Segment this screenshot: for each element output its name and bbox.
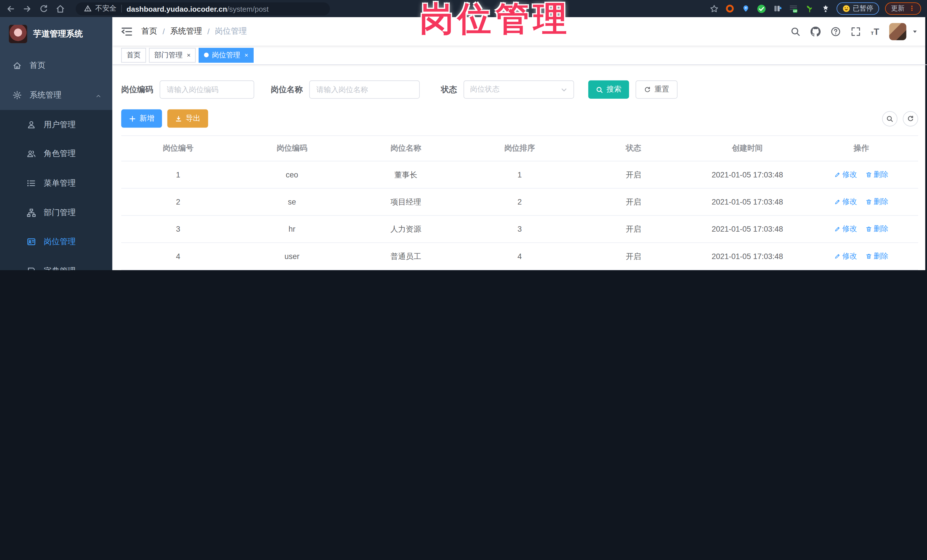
tab-部门管理[interactable]: 部门管理× xyxy=(149,48,196,62)
forward-icon[interactable] xyxy=(23,4,32,13)
tags-view-bar: 首页部门管理×岗位管理× xyxy=(112,46,927,65)
delete-link[interactable]: 删除 xyxy=(865,224,889,234)
sidebar-item-gear[interactable]: 系统管理 xyxy=(0,80,112,110)
status-select[interactable]: 岗位状态 xyxy=(464,80,574,99)
browser-extensions-area: GIF 已暂停 更新 ⋮ xyxy=(709,2,921,15)
post-icon xyxy=(27,237,36,246)
sidebar-item-dept[interactable]: 部门管理 xyxy=(0,198,112,228)
close-tab-icon[interactable]: × xyxy=(187,52,191,58)
cell-name: 董事长 xyxy=(349,161,463,188)
update-label: 更新 xyxy=(891,4,905,13)
sidebar-item-label: 首页 xyxy=(30,60,46,71)
sidebar-item-label: 岗位管理 xyxy=(44,237,76,247)
smiley-emoji-icon xyxy=(842,5,850,12)
modify-link[interactable]: 修改 xyxy=(834,251,857,261)
close-tab-icon[interactable]: × xyxy=(245,52,248,58)
extension-pin-icon[interactable] xyxy=(740,3,751,14)
sidebar-item-menu[interactable]: 菜单管理 xyxy=(0,168,112,198)
sidebar-item-label: 部门管理 xyxy=(44,207,76,218)
modify-link[interactable]: 修改 xyxy=(834,224,857,234)
delete-link[interactable]: 删除 xyxy=(865,251,889,261)
modify-link[interactable]: 修改 xyxy=(834,170,857,180)
github-icon[interactable] xyxy=(811,26,821,36)
refresh-table-button[interactable] xyxy=(903,111,918,126)
cell-id: 1 xyxy=(121,161,235,188)
reload-icon[interactable] xyxy=(39,4,49,13)
back-icon[interactable] xyxy=(6,4,15,13)
column-header: 岗位排序 xyxy=(463,136,577,161)
url-divider xyxy=(121,5,122,12)
breadcrumb-system[interactable]: 系统管理 xyxy=(170,26,202,36)
table-header-row: 岗位编号岗位编码岗位名称岗位排序状态创建时间操作 xyxy=(121,136,918,161)
dept-icon xyxy=(27,208,36,217)
collapse-sidebar-icon[interactable] xyxy=(121,26,132,36)
cell-sort: 1 xyxy=(463,161,577,188)
tab-active-岗位管理[interactable]: 岗位管理× xyxy=(199,48,254,62)
add-button[interactable]: 新增 xyxy=(121,109,162,127)
sidebar: 芋道管理系统 首页系统管理用户管理角色管理菜单管理部门管理岗位管理字典管理通知公… xyxy=(0,17,112,270)
table-row: 2se项目经理2开启2021-01-05 17:03:48修改删除 xyxy=(121,188,918,216)
address-bar[interactable]: 不安全 dashboard.yudao.iocoder.cn/system/po… xyxy=(76,2,330,15)
post-table: 岗位编号岗位编码岗位名称岗位排序状态创建时间操作 1ceo董事长1开启2021-… xyxy=(121,135,918,270)
column-header: 操作 xyxy=(804,136,918,161)
role-icon xyxy=(27,149,36,159)
bookmark-star-icon[interactable] xyxy=(709,4,719,13)
table-row: 1ceo董事长1开启2021-01-05 17:03:48修改删除 xyxy=(121,161,918,188)
app-logo xyxy=(9,25,27,43)
reset-button[interactable]: 重置 xyxy=(636,80,678,99)
extension-puzzle-icon[interactable] xyxy=(820,3,830,14)
modify-link[interactable]: 修改 xyxy=(834,197,857,207)
export-button[interactable]: 导出 xyxy=(167,109,208,127)
sidebar-item-role[interactable]: 角色管理 xyxy=(0,139,112,168)
post-code-input[interactable] xyxy=(160,80,254,99)
cell-name: 人力资源 xyxy=(349,216,463,243)
table-row: 3hr人力资源3开启2021-01-05 17:03:48修改删除 xyxy=(121,216,918,243)
extension-check-icon[interactable] xyxy=(756,3,766,14)
sidebar-item-user[interactable]: 用户管理 xyxy=(0,110,112,139)
cell-created: 2021-01-05 17:03:48 xyxy=(690,216,804,243)
chevron-down-icon[interactable] xyxy=(912,28,918,35)
delete-link[interactable]: 删除 xyxy=(865,170,889,180)
tab-首页[interactable]: 首页 xyxy=(121,48,146,62)
status-label: 状态 xyxy=(441,84,457,95)
cell-code: se xyxy=(235,188,349,216)
search-button[interactable]: 搜索 xyxy=(588,80,629,99)
sidebar-item-post[interactable]: 岗位管理 xyxy=(0,227,112,256)
extension-plant-icon[interactable] xyxy=(804,3,814,14)
cell-actions: 修改删除 xyxy=(804,216,918,243)
cell-id: 4 xyxy=(121,243,235,270)
fullscreen-icon[interactable] xyxy=(851,26,861,36)
tab-label: 岗位管理 xyxy=(212,50,240,60)
table-toolbar: 新增 导出 xyxy=(121,109,918,127)
cell-created: 2021-01-05 17:03:48 xyxy=(690,188,804,216)
paused-extension-pill[interactable]: 已暂停 xyxy=(836,2,879,15)
sidebar-item-dict[interactable]: 字典管理 xyxy=(0,256,112,270)
extension-orange-icon[interactable] xyxy=(725,3,734,14)
extension-drop-icon[interactable] xyxy=(772,3,782,14)
post-name-input[interactable] xyxy=(309,80,420,99)
column-header: 状态 xyxy=(577,136,690,161)
cell-sort: 4 xyxy=(463,243,577,270)
font-size-icon[interactable]: тT xyxy=(871,27,879,36)
home-icon[interactable] xyxy=(56,4,65,13)
cell-code: ceo xyxy=(235,161,349,188)
delete-link[interactable]: 删除 xyxy=(865,197,889,207)
sidebar-item-home[interactable]: 首页 xyxy=(0,51,112,80)
delete-icon xyxy=(865,171,872,178)
cell-code: user xyxy=(235,243,349,270)
paused-label: 已暂停 xyxy=(853,4,873,13)
toggle-search-button[interactable] xyxy=(882,111,898,126)
cell-actions: 修改删除 xyxy=(804,188,918,216)
extension-gif-icon[interactable]: GIF xyxy=(788,3,798,14)
breadcrumb-current: 岗位管理 xyxy=(215,26,247,36)
search-icon[interactable] xyxy=(790,26,800,36)
breadcrumb-home[interactable]: 首页 xyxy=(141,26,157,36)
update-button[interactable]: 更新 ⋮ xyxy=(885,2,921,15)
cell-name: 普通员工 xyxy=(349,243,463,270)
browser-menu-dots-icon[interactable]: ⋮ xyxy=(909,5,915,12)
sidebar-item-label: 菜单管理 xyxy=(44,178,76,188)
avatar[interactable] xyxy=(889,23,906,40)
url-host: dashboard.yudao.iocoder.cn xyxy=(126,5,227,14)
help-icon[interactable] xyxy=(831,26,840,36)
app-logo-row[interactable]: 芋道管理系统 xyxy=(0,17,112,51)
